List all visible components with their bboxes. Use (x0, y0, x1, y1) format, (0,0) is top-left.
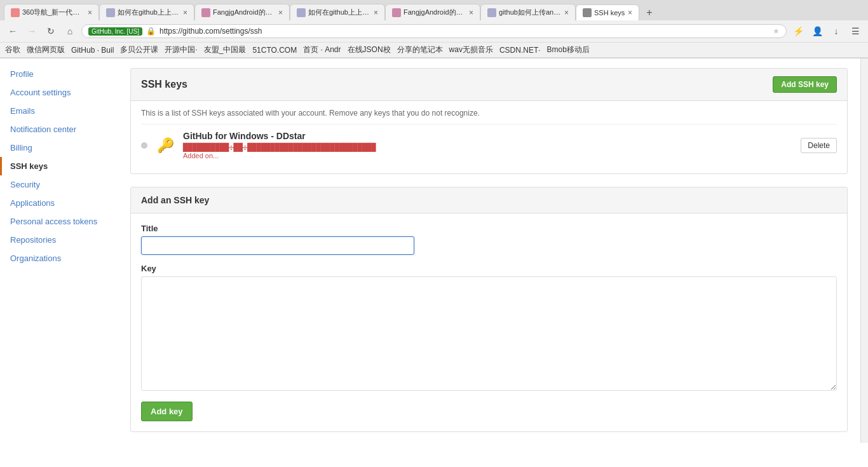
add-ssh-key-title: Add an SSH key (141, 195, 209, 205)
refresh-button[interactable]: ↻ (43, 24, 58, 39)
tab-favicon-1 (11, 8, 20, 17)
add-ssh-key-header: Add an SSH key (131, 187, 847, 213)
bookmark-github[interactable]: GitHub · Buil (71, 46, 114, 55)
tab-title-2: 如何在github上上传... (118, 8, 180, 17)
key-form-group: Key (141, 264, 837, 393)
ssh-key-added: Added on... (183, 152, 793, 159)
title-label: Title (141, 224, 837, 233)
bookmark-wav[interactable]: wav无损音乐 (449, 44, 493, 55)
tab-favicon-4 (297, 8, 306, 17)
sidebar-item-account-settings[interactable]: Account settings (0, 83, 118, 102)
ssh-keys-title: SSH keys (141, 79, 187, 90)
ssh-key-name: GitHub for Windows - DDstar (183, 131, 793, 141)
address-text: https://github.com/settings/ssh (159, 27, 769, 36)
ssh-status-dot (141, 142, 147, 149)
tab-title-7: SSH keys (594, 9, 625, 17)
sidebar-item-ssh-keys[interactable]: SSH keys (0, 157, 118, 175)
tab-favicon-2 (106, 8, 115, 17)
site-badge: GitHub, Inc. [US] (88, 27, 142, 36)
tab-title-4: 如何在github上上传... (308, 8, 371, 17)
browser-tab-1[interactable]: 360导航_新一代安全... × (4, 4, 99, 20)
tab-title-3: FangjgAndroid的博... (213, 8, 276, 17)
bookmark-json[interactable]: 在线JSON校 (348, 44, 391, 55)
bookmark-oschina[interactable]: 开源中国· (165, 44, 197, 55)
sidebar-item-emails[interactable]: Emails (0, 102, 118, 120)
sidebar-item-profile[interactable]: Profile (0, 65, 118, 83)
key-icon: 🔑 (155, 135, 175, 156)
bookmark-wechat[interactable]: 微信网页版 (27, 44, 65, 55)
main-content: SSH keys Add SSH key This is a list of S… (118, 58, 860, 443)
bookmark-bmob[interactable]: Bmob移动后 (547, 44, 590, 55)
browser-tab-7[interactable]: SSH keys × (576, 4, 639, 20)
title-form-group: Title (141, 224, 837, 255)
key-label: Key (141, 264, 837, 273)
bookmark-youmeng[interactable]: 友盟_中国最 (204, 44, 247, 55)
browser-tabs: 360导航_新一代安全... × 如何在github上上传... × Fangj… (0, 0, 868, 20)
back-button[interactable]: ← (5, 24, 20, 39)
address-bar[interactable]: GitHub, Inc. [US] 🔒 https://github.com/s… (81, 24, 787, 38)
tab-close-2[interactable]: × (183, 8, 187, 17)
browser-tab-6[interactable]: github如何上传and... × (480, 4, 576, 20)
page-content: Profile Account settings Emails Notifica… (0, 58, 868, 443)
tab-close-6[interactable]: × (564, 8, 569, 17)
tab-title-1: 360导航_新一代安全... (22, 8, 85, 17)
tab-title-6: github如何上传and... (499, 8, 562, 17)
tab-close-5[interactable]: × (469, 8, 473, 17)
browser-nav: ← → ↻ ⌂ GitHub, Inc. [US] 🔒 https://gith… (0, 20, 868, 43)
tab-close-3[interactable]: × (278, 8, 283, 17)
bookmark-star-icon[interactable]: ★ (773, 27, 780, 36)
new-tab-button[interactable]: + (642, 5, 657, 20)
scrollbar[interactable] (860, 58, 868, 443)
ssh-keys-section-body: This is a list of SSH keys associated wi… (131, 101, 847, 173)
home-button[interactable]: ⌂ (62, 24, 78, 39)
add-ssh-key-section: Add an SSH key Title Key Add key (130, 187, 848, 432)
ssh-key-info: GitHub for Windows - DDstar ██████████:█… (183, 131, 793, 159)
ssh-key-item: 🔑 GitHub for Windows - DDstar ██████████… (141, 124, 837, 166)
tab-favicon-6 (487, 8, 496, 17)
bookmark-andr[interactable]: 首页 · Andr (303, 44, 341, 55)
tab-favicon-5 (392, 8, 401, 17)
bookmark-51cto[interactable]: 51CTO.COM (252, 46, 297, 55)
ssh-key-fingerprint: ██████████:██:██████████████████████████… (183, 143, 793, 152)
title-input[interactable] (141, 236, 414, 255)
user-avatar-button[interactable]: 👤 (810, 24, 825, 39)
sidebar-item-organizations[interactable]: Organizations (0, 249, 118, 267)
extensions-button[interactable]: ⚡ (790, 24, 806, 39)
tab-title-5: FangjgAndroid的博... (403, 8, 466, 17)
browser-tab-5[interactable]: FangjgAndroid的博... × (385, 4, 480, 20)
tab-favicon-3 (201, 8, 210, 17)
bookmark-notes[interactable]: 分享的笔记本 (397, 44, 443, 55)
add-key-button[interactable]: Add key (141, 402, 193, 421)
browser-tab-4[interactable]: 如何在github上上传... × (290, 4, 385, 20)
ssh-keys-section: SSH keys Add SSH key This is a list of S… (130, 68, 848, 174)
ssl-lock-icon: 🔒 (146, 27, 156, 36)
browser-tab-3[interactable]: FangjgAndroid的博... × (194, 4, 290, 20)
sync-button[interactable]: ↓ (829, 24, 844, 39)
tab-close-1[interactable]: × (88, 8, 92, 17)
browser-chrome: 360导航_新一代安全... × 如何在github上上传... × Fangj… (0, 0, 868, 58)
sidebar-item-security[interactable]: Security (0, 175, 118, 194)
sidebar-item-applications[interactable]: Applications (0, 194, 118, 212)
tab-close-4[interactable]: × (374, 8, 378, 17)
bookmark-google[interactable]: 谷歌 (5, 44, 20, 55)
browser-tab-2[interactable]: 如何在github上上传... × (99, 4, 194, 20)
bookmark-duobei[interactable]: 多贝公开课 (120, 44, 158, 55)
sidebar-item-billing[interactable]: Billing (0, 139, 118, 157)
sidebar-item-personal-access-tokens[interactable]: Personal access tokens (0, 212, 118, 231)
bookmark-csdn[interactable]: CSDN.NET· (499, 46, 541, 55)
menu-button[interactable]: ☰ (848, 24, 863, 39)
delete-key-button[interactable]: Delete (801, 138, 837, 153)
sidebar-item-notification-center[interactable]: Notification center (0, 120, 118, 139)
ssh-keys-section-header: SSH keys Add SSH key (131, 69, 847, 101)
tab-close-7[interactable]: × (628, 8, 632, 17)
ssh-keys-description: This is a list of SSH keys associated wi… (141, 109, 837, 118)
add-ssh-key-body: Title Key Add key (131, 213, 847, 431)
forward-button[interactable]: → (24, 24, 39, 39)
tab-favicon-7 (583, 8, 592, 17)
bookmarks-bar: 谷歌 微信网页版 GitHub · Buil 多贝公开课 开源中国· 友盟_中国… (0, 43, 868, 58)
sidebar: Profile Account settings Emails Notifica… (0, 58, 118, 443)
key-textarea[interactable] (141, 276, 837, 391)
add-ssh-key-button[interactable]: Add SSH key (773, 76, 837, 93)
sidebar-item-repositories[interactable]: Repositories (0, 231, 118, 249)
